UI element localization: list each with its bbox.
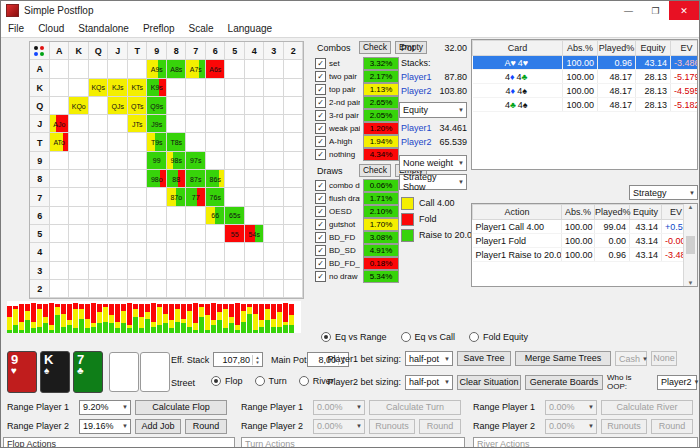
matrix-cell-52[interactable] xyxy=(284,225,304,243)
checkbox-nothing[interactable]: ✓ xyxy=(315,149,326,160)
matrix-cell-A8[interactable]: A8s xyxy=(167,60,187,78)
matrix-cell-Q2[interactable] xyxy=(284,97,304,115)
matrix-cell-85[interactable] xyxy=(225,170,245,188)
board-card-9h[interactable]: 9♥ xyxy=(7,351,37,393)
column-header-abs-[interactable]: Abs.% xyxy=(563,41,598,56)
matrix-cell-6K[interactable] xyxy=(69,207,89,225)
checkbox-oesd[interactable]: ✓ xyxy=(315,206,326,217)
radio-icon[interactable] xyxy=(469,332,479,342)
checkbox-a-high[interactable]: ✓ xyxy=(315,136,326,147)
matrix-cell-68[interactable] xyxy=(167,207,187,225)
clear-situation-button[interactable]: Clear Situation xyxy=(457,375,521,390)
matrix-cell-89[interactable]: 98o xyxy=(147,170,167,188)
matrix-cell-A4[interactable] xyxy=(245,60,265,78)
column-header-ev[interactable]: EV xyxy=(671,41,699,56)
matrix-cell-82[interactable] xyxy=(284,170,304,188)
merge-same-trees-button[interactable]: Merge Same Trees xyxy=(515,351,611,366)
table-row[interactable]: 4♣4♠100.0048.1728.13-5.182 xyxy=(473,98,699,112)
matrix-cell-Q5[interactable] xyxy=(225,97,245,115)
matrix-cell-99[interactable]: 99 xyxy=(147,152,167,170)
menu-item-language[interactable]: Language xyxy=(221,23,280,34)
matrix-cell-29[interactable] xyxy=(147,280,167,298)
matrix-cell-69[interactable] xyxy=(147,207,167,225)
matrix-cell-K3[interactable] xyxy=(264,79,284,97)
matrix-cell-8Q[interactable] xyxy=(89,170,109,188)
matrix-cell-33[interactable] xyxy=(264,262,284,280)
matrix-cell-KA[interactable] xyxy=(50,79,70,97)
matrix-cell-5J[interactable] xyxy=(108,225,128,243)
minimize-icon[interactable]: — xyxy=(615,1,642,20)
matrix-cell-42[interactable] xyxy=(284,243,304,261)
matrix-cell-KJ[interactable]: KJs xyxy=(108,79,128,97)
column-header-equity[interactable]: Equity xyxy=(636,41,671,56)
matrix-cell-2Q[interactable] xyxy=(89,280,109,298)
table-row[interactable]: 4♦4♣100.0048.1728.13-5.179 xyxy=(473,70,699,84)
checkbox-flush-draw[interactable]: ✓ xyxy=(315,193,326,204)
matrix-cell-J4[interactable] xyxy=(245,115,265,133)
matrix-cell-9A[interactable] xyxy=(50,152,70,170)
flop-actions-input[interactable]: Flop Actions xyxy=(3,437,235,448)
matrix-cell-4K[interactable] xyxy=(69,243,89,261)
matrix-cell-75[interactable] xyxy=(225,188,245,206)
empty-card-slot[interactable] xyxy=(140,352,170,392)
matrix-cell-4Q[interactable] xyxy=(89,243,109,261)
matrix-cell-AQ[interactable] xyxy=(89,60,109,78)
matrix-cell-32[interactable] xyxy=(284,262,304,280)
player2-link[interactable]: Player2 xyxy=(401,86,432,96)
radio-icon[interactable] xyxy=(299,376,309,386)
matrix-cell-A3[interactable] xyxy=(264,60,284,78)
checkbox-bd-fd[interactable]: ✓ xyxy=(315,232,326,243)
matrix-cell-4A[interactable] xyxy=(50,243,70,261)
p1-sizing-select[interactable]: half-pot▼ xyxy=(405,351,453,366)
matrix-cell-K9[interactable]: K9s xyxy=(147,79,167,97)
street-flop[interactable]: Flop xyxy=(211,376,243,386)
close-icon[interactable]: ✕ xyxy=(669,1,699,20)
matrix-cell-8A[interactable] xyxy=(50,170,70,188)
menu-item-standalone[interactable]: Standalone xyxy=(71,23,136,34)
matrix-cell-95[interactable] xyxy=(225,152,245,170)
table-row[interactable]: Player1 Raise to 20.00100.000.9643.14-3.… xyxy=(473,248,691,262)
matrix-cell-65[interactable]: 65s xyxy=(225,207,245,225)
draws-check-button[interactable]: Check xyxy=(359,164,391,177)
matrix-cell-JA[interactable]: AJo xyxy=(50,115,70,133)
matrix-cell-8J[interactable] xyxy=(108,170,128,188)
matrix-cell-43[interactable] xyxy=(264,243,284,261)
matrix-cell-64[interactable] xyxy=(245,207,265,225)
matrix-cell-T5[interactable] xyxy=(225,133,245,151)
matrix-cell-47[interactable] xyxy=(186,243,206,261)
matrix-cell-9Q[interactable] xyxy=(89,152,109,170)
table-row[interactable]: 4♦4♠100.0048.1728.13-4.595 xyxy=(473,84,699,98)
matrix-cell-QT[interactable]: QTs xyxy=(128,97,148,115)
weight-select[interactable]: None weight▼ xyxy=(399,155,467,171)
matrix-cell-AK[interactable] xyxy=(69,60,89,78)
scroll-thumb[interactable] xyxy=(686,236,695,254)
strategy-selector[interactable]: Strategy▼ xyxy=(629,185,698,200)
matrix-cell-67[interactable] xyxy=(186,207,206,225)
matrix-cell-9J[interactable] xyxy=(108,152,128,170)
column-header-equity[interactable]: Equity xyxy=(630,205,662,220)
range-percent-select[interactable]: 9.20%▼ xyxy=(79,400,131,415)
matrix-cell-TA[interactable]: ATo xyxy=(50,133,70,151)
radio-icon[interactable] xyxy=(255,376,265,386)
matrix-cell-4T[interactable] xyxy=(128,243,148,261)
checkbox-two-pair[interactable]: ✓ xyxy=(315,71,326,82)
radio-icon[interactable] xyxy=(401,332,411,342)
range-percent-select[interactable]: 19.16%▼ xyxy=(79,419,131,434)
matrix-cell-86[interactable]: 86s xyxy=(206,170,226,188)
menu-item-scale[interactable]: Scale xyxy=(182,23,221,34)
matrix-cell-28[interactable] xyxy=(167,280,187,298)
combos-check-button[interactable]: Check xyxy=(359,41,391,54)
empty-card-slot[interactable] xyxy=(109,352,139,392)
matrix-cell-T2[interactable] xyxy=(284,133,304,151)
matrix-cell-KQ[interactable]: KQs xyxy=(89,79,109,97)
button-add-job[interactable]: Add Job xyxy=(135,419,181,434)
menu-item-file[interactable]: File xyxy=(1,23,31,34)
matrix-cell-T4[interactable] xyxy=(245,133,265,151)
matrix-cell-2J[interactable] xyxy=(108,280,128,298)
matrix-cell-KT[interactable]: KTs xyxy=(128,79,148,97)
matrix-cell-JT[interactable]: JTs xyxy=(128,115,148,133)
matrix-cell-87[interactable]: 87s xyxy=(186,170,206,188)
matrix-cell-6J[interactable] xyxy=(108,207,128,225)
matrix-cell-84[interactable] xyxy=(245,170,265,188)
column-header-action[interactable]: Action xyxy=(473,205,562,220)
